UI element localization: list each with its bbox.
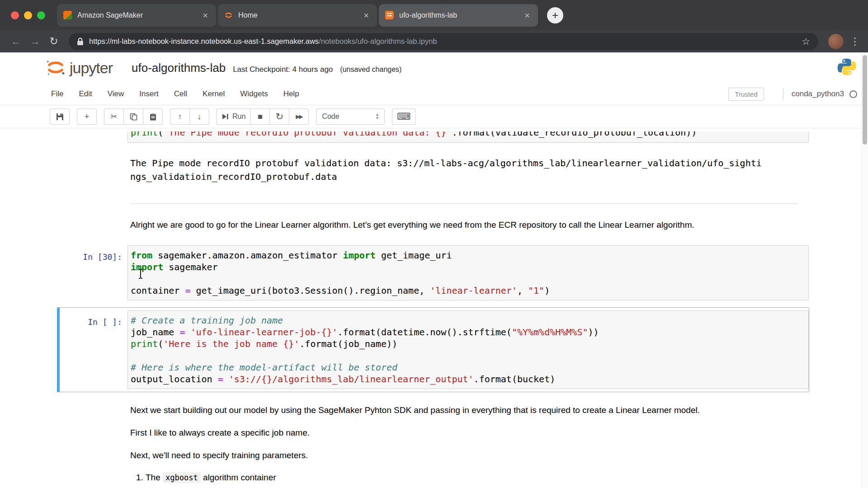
markdown-cell-intro[interactable]: Alright we are good to go for the Linear… — [57, 187, 809, 231]
divider — [783, 88, 783, 100]
code-cell-clipped-top: print('The Pipe mode recordIO protobuf v… — [57, 128, 809, 146]
url-text: https://ml-labs-notebook-instance.notebo… — [89, 37, 437, 46]
browser-tabs: Amazon SageMaker × Home × ufo-algorithms… — [57, 4, 540, 27]
tab-close-icon[interactable]: × — [523, 10, 532, 21]
tab-close-icon[interactable]: × — [362, 10, 371, 21]
scrollbar-thumb[interactable] — [863, 55, 867, 145]
menu-bar: File Edit View Insert Cell Kernel Widget… — [0, 83, 868, 105]
profile-avatar[interactable] — [828, 34, 844, 49]
browser-toolbar: ← → ↻ https://ml-labs-notebook-instance.… — [0, 30, 868, 52]
cut-cell-button[interactable]: ✂ — [104, 108, 124, 125]
markdown-cell-model[interactable]: Next we start building out our model by … — [57, 392, 809, 417]
code-input-area[interactable]: # Create a training job namejob_name = '… — [127, 310, 809, 389]
output-text: The Pipe mode recordIO protobuf validati… — [127, 153, 767, 183]
notebook-toolbar: + ✂ ↑ ↓ Run ■ — [0, 105, 868, 128]
page-scrollbar[interactable] — [861, 52, 868, 488]
url-host: https://ml-labs-notebook-instance.notebo… — [89, 37, 319, 45]
minimize-window-button[interactable] — [24, 11, 32, 19]
insert-cell-button[interactable]: + — [77, 108, 97, 125]
code-cell-selected-empty: In [ ]: # Create a training job namejob_… — [57, 307, 809, 392]
notebook-header: jupyter ufo-algorithms-lab Last Checkpoi… — [0, 52, 868, 83]
menu-kernel[interactable]: Kernel — [195, 89, 232, 99]
tab-close-icon[interactable]: × — [201, 10, 210, 21]
forward-icon[interactable]: → — [25, 35, 44, 47]
notebook-title[interactable]: ufo-algorithms-lab — [132, 61, 226, 75]
restart-kernel-button[interactable]: ↻ — [269, 108, 289, 125]
input-prompt: In [ ]: — [60, 310, 127, 389]
mouse-cursor — [137, 268, 144, 281]
markdown-ordered-list: The xgboost algorithm container The IAM … — [146, 471, 806, 488]
menu-cell[interactable]: Cell — [166, 89, 195, 99]
move-cell-down-button[interactable]: ↓ — [189, 108, 209, 125]
kernel-idle-indicator-icon — [849, 90, 857, 98]
kernel-name: conda_python3 — [792, 89, 844, 99]
browser-window: Amazon SageMaker × Home × ufo-algorithms… — [0, 0, 868, 52]
notebook-favicon-icon — [385, 11, 394, 19]
python-logo-icon — [837, 57, 856, 78]
notebook-area: print('The Pipe mode recordIO protobuf v… — [0, 128, 868, 488]
tab-amazon-sagemaker[interactable]: Amazon SageMaker × — [57, 4, 216, 27]
select-stepper-icon: ▲▼ — [375, 113, 379, 121]
tab-title: Amazon SageMaker — [77, 11, 201, 19]
close-window-button[interactable] — [11, 11, 19, 19]
copy-cell-button[interactable] — [123, 108, 143, 125]
jupyter-logo[interactable]: jupyter — [45, 57, 113, 78]
back-icon[interactable]: ← — [6, 35, 25, 47]
save-button[interactable] — [50, 108, 70, 125]
code-input-area[interactable]: print('The Pipe mode recordIO protobuf v… — [127, 131, 809, 143]
menu-insert[interactable]: Insert — [132, 89, 166, 99]
markdown-paragraph: Next, we'll need to specify training par… — [130, 450, 806, 461]
browser-menu-icon[interactable]: ⋮ — [848, 36, 862, 47]
code-cell-in-30: In [30]: from sagemaker.amazon.amazon_es… — [57, 242, 809, 304]
jupyter-favicon-icon — [224, 11, 233, 19]
markdown-paragraph: First I like to always create a specific… — [130, 427, 806, 439]
new-tab-button[interactable]: + — [547, 7, 563, 23]
menu-widgets[interactable]: Widgets — [232, 89, 275, 99]
command-palette-button[interactable]: ⌨ — [392, 108, 415, 125]
restart-run-all-button[interactable]: ▶▶ — [289, 108, 309, 125]
tab-strip: Amazon SageMaker × Home × ufo-algorithms… — [0, 0, 868, 30]
cell-type-value: Code — [322, 113, 339, 121]
list-item: The xgboost algorithm container — [146, 471, 806, 484]
markdown-paragraph: Next we start building out our model by … — [130, 404, 806, 416]
jupyter-logo-icon — [45, 57, 66, 78]
interrupt-kernel-button[interactable]: ■ — [250, 108, 270, 125]
code-input-area[interactable]: from sagemaker.amazon.amazon_estimator i… — [127, 245, 809, 300]
cell-output: The Pipe mode recordIO protobuf validati… — [57, 150, 809, 187]
url-path: /notebooks/ufo-algorithms-lab.ipynb — [319, 37, 437, 45]
input-prompt — [60, 131, 127, 143]
window-controls — [11, 11, 45, 19]
menu-view[interactable]: View — [100, 89, 132, 99]
markdown-divider — [130, 203, 798, 204]
tab-home[interactable]: Home × — [218, 4, 377, 27]
markdown-cell-params[interactable]: Next, we'll need to specify training par… — [57, 439, 809, 488]
run-cell-button[interactable]: Run — [217, 108, 250, 125]
checkpoint-status: Last Checkpoint: 4 hours ago — [233, 65, 333, 74]
markdown-cell-jobname[interactable]: First I like to always create a specific… — [57, 417, 809, 439]
cell-type-select[interactable]: Code ▲▼ — [316, 108, 385, 125]
trusted-button[interactable]: Trusted — [728, 88, 764, 101]
reload-icon[interactable]: ↻ — [44, 35, 63, 47]
paste-cell-button[interactable] — [143, 108, 163, 125]
bookmark-star-icon[interactable]: ☆ — [802, 36, 810, 47]
menu-file[interactable]: File — [43, 89, 71, 99]
unsaved-changes-status: (unsaved changes) — [340, 66, 401, 74]
menu-help[interactable]: Help — [276, 89, 307, 99]
sagemaker-favicon-icon — [63, 11, 72, 19]
run-button-label: Run — [232, 113, 245, 121]
address-bar[interactable]: https://ml-labs-notebook-instance.notebo… — [69, 33, 818, 50]
tab-title: ufo-algorithms-lab — [399, 11, 523, 19]
paste-icon — [149, 113, 157, 121]
markdown-paragraph: Alright we are good to go for the Linear… — [130, 219, 806, 231]
tab-title: Home — [238, 11, 362, 19]
run-icon — [222, 113, 229, 120]
menu-edit[interactable]: Edit — [71, 89, 99, 99]
lock-icon — [77, 38, 84, 46]
tab-ufo-algorithms-lab[interactable]: ufo-algorithms-lab × — [379, 4, 538, 27]
move-cell-up-button[interactable]: ↑ — [170, 108, 190, 125]
input-prompt: In [30]: — [60, 245, 127, 300]
zoom-window-button[interactable] — [37, 11, 45, 19]
menu-right-status: Trusted conda_python3 — [728, 88, 857, 101]
output-prompt — [60, 153, 127, 183]
copy-icon — [130, 113, 137, 121]
